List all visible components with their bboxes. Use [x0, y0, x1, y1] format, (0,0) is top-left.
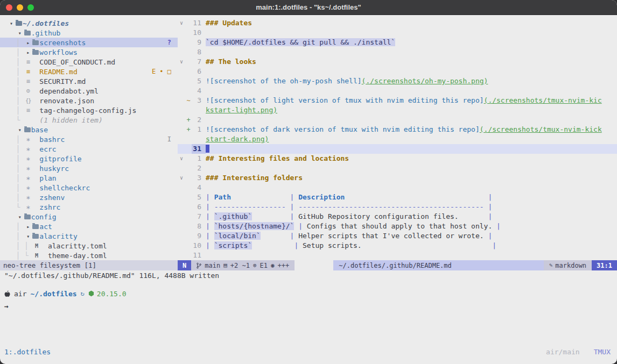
text-segment: |: [488, 212, 492, 220]
tree-item-github[interactable]: ▾.github: [0, 28, 178, 38]
tree-item-huskyrc[interactable]: │ ∗huskyrc: [0, 163, 178, 173]
command-input-line[interactable]: →: [4, 301, 613, 311]
tree-item-security-md[interactable]: │ ≡SECURITY.md: [0, 76, 178, 86]
tree-item-tag-changelog-config-js[interactable]: │ ≡tag-changelog-config.js: [0, 105, 178, 115]
editor-line-22[interactable]: 8| `hosts/{hostname}/` | Configs that sh…: [178, 222, 617, 231]
tree-item-screenshots[interactable]: │ ▸screenshots?: [0, 38, 178, 47]
tree-item-workflows[interactable]: │ ▸workflows: [0, 47, 178, 57]
editor-line-21[interactable]: 7| `.github` | GitHub Repository configu…: [178, 212, 617, 222]
text-segment: |: [206, 241, 214, 249]
editor-line-1[interactable]: ∨11### Updates: [178, 18, 617, 28]
editor-line-23[interactable]: 9| `local/bin` | Helper scripts that I'v…: [178, 231, 617, 241]
item-badge: E • □: [152, 68, 178, 75]
indent-guide: │: [8, 194, 24, 202]
text-segment: (./screenshots/tmux-nvim-kic: [484, 96, 602, 104]
editor-line-20[interactable]: 6| ----------------- | -----------------…: [178, 202, 617, 212]
statusline-filepath: ~/.dotfiles/.github/README.md: [333, 260, 543, 270]
chevron-right-icon[interactable]: ▸: [26, 224, 30, 230]
tree-item-base[interactable]: ▾base: [0, 125, 178, 134]
line-number: 4: [192, 86, 206, 96]
chevron-down-icon[interactable]: ▾: [18, 30, 22, 36]
fold-open-icon[interactable]: ∨: [178, 173, 185, 183]
fold-open-icon[interactable]: ∨: [178, 154, 185, 163]
tree-item-act[interactable]: │ ▸act: [0, 222, 178, 231]
fold-open-icon[interactable]: ∨: [178, 57, 185, 67]
tree-item-plan[interactable]: │ ∗plan: [0, 173, 178, 183]
chevron-down-icon[interactable]: ▾: [18, 214, 22, 220]
editor-line-19[interactable]: 5| Path | Description |: [178, 192, 617, 202]
editor-line-17[interactable]: ∨3### Interesting folders: [178, 173, 617, 183]
chevron-down-icon[interactable]: ▾: [26, 233, 30, 239]
fold-column: [178, 183, 185, 192]
tree-item-config[interactable]: ▾config: [0, 212, 178, 222]
zoom-button[interactable]: [27, 4, 34, 11]
line-number: 31: [192, 144, 206, 154]
fold-column: [178, 38, 185, 47]
shell-area[interactable]: air ~/.dotfiles ↻ 20.15.0 →: [0, 281, 617, 344]
tree-item-gitprofile[interactable]: │ ∗gitprofile: [0, 154, 178, 163]
line-number: 5: [192, 192, 206, 202]
text-segment: | ----------------- | ------------------…: [206, 203, 492, 211]
tree-item-1-hidden-item[interactable]: └ (1 hidden item): [0, 115, 178, 125]
git-sign: [185, 76, 192, 86]
editor-line-3[interactable]: 9`cd $HOME/.dotfiles && git pull && ./in…: [178, 38, 617, 47]
line-text: start-dark.png): [206, 134, 269, 144]
tree-item-label: CODE_OF_CONDUCT.md: [39, 58, 115, 66]
editor-line-13[interactable]: start-dark.png): [178, 134, 617, 144]
line-number: 2: [192, 115, 206, 125]
line-number: 7: [192, 57, 206, 67]
tree-item-shellcheckrc[interactable]: │ ∗shellcheckrc: [0, 183, 178, 192]
editor-line-25[interactable]: 11: [178, 251, 617, 260]
close-button[interactable]: [6, 4, 12, 11]
editor-line-9[interactable]: ~3![screenshot of light version of tmux …: [178, 96, 617, 105]
editor-line-6[interactable]: 6: [178, 67, 617, 76]
text-segment: ### Updates: [206, 19, 252, 27]
editor-line-15[interactable]: ∨1## Interesting files and locations: [178, 154, 617, 163]
editor-line-16[interactable]: 2: [178, 163, 617, 173]
tree-item-dotfiles[interactable]: ▾~/.dotfiles: [0, 18, 178, 28]
tmux-window-tab[interactable]: 1:.dotfiles: [4, 348, 51, 356]
tree-item-ecrc[interactable]: │ ∗ecrc: [0, 144, 178, 154]
minimize-button[interactable]: [17, 4, 23, 11]
tree-item-bashrc[interactable]: │ ∗bashrcI: [0, 134, 178, 144]
editor-line-11[interactable]: +2: [178, 115, 617, 125]
chevron-down-icon[interactable]: ▾: [18, 127, 22, 133]
tree-item-label: ~/.dotfiles: [23, 19, 69, 27]
tree-item-code-of-conduct-md[interactable]: │ ≡CODE_OF_CONDUCT.md: [0, 57, 178, 67]
prompt-arrow-icon: →: [4, 302, 9, 310]
chevron-right-icon[interactable]: ▸: [26, 40, 30, 46]
chevron-right-icon[interactable]: ▸: [26, 49, 30, 55]
tree-item-theme-day-toml[interactable]: │ └ Mtheme-day.toml: [0, 251, 178, 260]
line-text: ### Interesting folders: [206, 173, 303, 183]
line-number: 6: [192, 67, 206, 76]
editor-line-7[interactable]: 5![screenshot of the oh-my-posh shell](.…: [178, 76, 617, 86]
tree-item-readme-md[interactable]: │ ≡README.mdE • □: [0, 67, 178, 76]
editor-line-2[interactable]: 10: [178, 28, 617, 38]
editor-line-8[interactable]: 4: [178, 86, 617, 96]
tree-item-dependabot-yml[interactable]: │ ⊙dependabot.yml: [0, 86, 178, 96]
editor-line-24[interactable]: 10| `scripts` | Setup scripts. |: [178, 241, 617, 251]
git-sign: [185, 212, 192, 222]
tree-item-alacritty[interactable]: │ ▾alacritty: [0, 231, 178, 241]
diff-extra: +++: [278, 262, 290, 269]
git-sign: [185, 47, 192, 57]
tree-item-zshenv[interactable]: │ ∗zshenv: [0, 192, 178, 202]
star-file-icon: ∗: [26, 164, 30, 173]
tree-item-alacritty-toml[interactable]: │ │ Malacritty.toml: [0, 241, 178, 251]
editor-line-10[interactable]: kstart-light.png): [178, 105, 617, 115]
tree-item-renovate-json[interactable]: │ {}renovate.json: [0, 96, 178, 105]
editor-line-4[interactable]: 8: [178, 47, 617, 57]
editor-line-14[interactable]: 31: [178, 144, 617, 154]
prompt-path: ~/.dotfiles: [30, 290, 76, 298]
fold-open-icon[interactable]: ∨: [178, 18, 185, 28]
doc-file-icon: ≡: [26, 58, 30, 66]
editor-line-5[interactable]: ∨7## The looks: [178, 57, 617, 67]
editor-buffer[interactable]: ∨11### Updates109`cd $HOME/.dotfiles && …: [178, 15, 617, 260]
window-titlebar[interactable]: main:1:.dotfiles - "ks~/.dotfiles": [0, 0, 617, 15]
text-segment: |: [488, 232, 492, 240]
editor-line-12[interactable]: +1![screenshot of dark version of tmux w…: [178, 125, 617, 134]
chevron-down-icon[interactable]: ▾: [10, 20, 13, 26]
tree-item-zshrc[interactable]: └ ∗zshrc: [0, 202, 178, 212]
editor-line-18[interactable]: 4: [178, 183, 617, 192]
tree-item-label: plan: [39, 174, 56, 182]
